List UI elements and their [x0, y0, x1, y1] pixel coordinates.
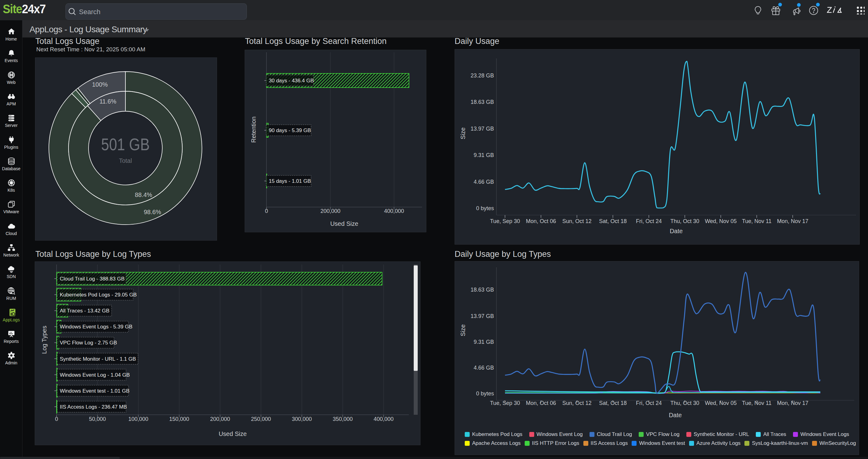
svg-text:Fri, Oct 24: Fri, Oct 24: [636, 400, 662, 406]
svg-text:200,000: 200,000: [210, 416, 230, 422]
svg-text:100,000: 100,000: [128, 416, 148, 422]
svg-text:Mon, Nov 17: Mon, Nov 17: [777, 400, 808, 406]
svg-text:VPC Flow Log - 2.75 GB: VPC Flow Log - 2.75 GB: [60, 340, 117, 346]
svg-text:Wed, Nov 05: Wed, Nov 05: [705, 218, 737, 224]
svg-text:400,000: 400,000: [373, 416, 394, 422]
svg-text:Mon, Oct 06: Mon, Oct 06: [526, 400, 556, 406]
svg-text:Date: Date: [670, 228, 683, 234]
svg-text:Thu, Oct 30: Thu, Oct 30: [670, 218, 699, 224]
svg-text:4.66 GB: 4.66 GB: [474, 365, 494, 371]
svg-text:88.4%: 88.4%: [135, 191, 152, 198]
svg-text:Sat, Oct 18: Sat, Oct 18: [599, 400, 627, 406]
svg-text:Tue, Sep 30: Tue, Sep 30: [490, 400, 520, 406]
svg-text:0 bytes: 0 bytes: [476, 391, 494, 397]
svg-text:Windows Event Logs - 5.39 GB: Windows Event Logs - 5.39 GB: [60, 324, 132, 330]
svg-text:400,000: 400,000: [384, 208, 404, 214]
svg-text:IIS Access Logs - 236.47 MB: IIS Access Logs - 236.47 MB: [60, 404, 127, 410]
svg-text:Tue, Sep 30: Tue, Sep 30: [490, 218, 520, 224]
svg-text:200,000: 200,000: [320, 208, 340, 214]
svg-text:0: 0: [265, 208, 268, 214]
svg-text:11.6%: 11.6%: [99, 98, 116, 105]
svg-text:Cloud Trail Log - 388.83 GB: Cloud Trail Log - 388.83 GB: [60, 276, 125, 282]
svg-text:23.28 GB: 23.28 GB: [471, 72, 494, 79]
svg-text:Tue, Nov 11: Tue, Nov 11: [742, 400, 772, 406]
svg-text:All Traces - 13.42 GB: All Traces - 13.42 GB: [60, 308, 110, 314]
svg-text:Tue, Nov 11: Tue, Nov 11: [742, 218, 772, 224]
svg-text:150,000: 150,000: [169, 416, 189, 422]
svg-text:Used Size: Used Size: [330, 220, 358, 227]
svg-text:Fri, Oct 24: Fri, Oct 24: [636, 218, 662, 224]
svg-text:0: 0: [55, 416, 58, 422]
svg-text:350,000: 350,000: [333, 416, 352, 422]
svg-text:13.97 GB: 13.97 GB: [471, 126, 494, 132]
svg-text:100%: 100%: [92, 81, 107, 88]
svg-text:50,000: 50,000: [89, 416, 106, 422]
svg-text:98.6%: 98.6%: [144, 208, 161, 216]
svg-text:18.63 GB: 18.63 GB: [471, 287, 494, 293]
svg-text:Thu, Oct 30: Thu, Oct 30: [670, 400, 699, 406]
svg-text:Log Types: Log Types: [41, 326, 48, 354]
svg-text:30 days - 436.4 GB: 30 days - 436.4 GB: [269, 78, 314, 84]
svg-text:Windows Event Log - 1.04 GB: Windows Event Log - 1.04 GB: [60, 372, 130, 378]
svg-text:Used Size: Used Size: [219, 430, 247, 437]
svg-text:15 days - 1.01 GB: 15 days - 1.01 GB: [269, 178, 311, 184]
svg-text:13.97 GB: 13.97 GB: [471, 313, 494, 319]
svg-text:Sun, Oct 12: Sun, Oct 12: [562, 400, 591, 406]
svg-text:Sat, Oct 18: Sat, Oct 18: [599, 218, 627, 224]
svg-text:0 bytes: 0 bytes: [476, 205, 494, 211]
svg-text:250,000: 250,000: [251, 416, 271, 422]
svg-text:Date: Date: [669, 412, 682, 419]
svg-text:Sun, Oct 12: Sun, Oct 12: [562, 218, 591, 224]
svg-text:18.63 GB: 18.63 GB: [471, 99, 494, 105]
svg-text:Synthetic Monitor - URL - 1.1: Synthetic Monitor - URL - 1.1 GB: [60, 356, 136, 362]
svg-text:300,000: 300,000: [292, 416, 312, 422]
svg-text:Mon, Nov 17: Mon, Nov 17: [777, 218, 808, 224]
svg-text:9.31 GB: 9.31 GB: [474, 152, 494, 158]
svg-text:4.66 GB: 4.66 GB: [474, 179, 494, 185]
svg-text:Mon, Oct 06: Mon, Oct 06: [526, 218, 556, 224]
svg-text:90 days - 5.39 GB: 90 days - 5.39 GB: [269, 128, 311, 133]
svg-text:Kubernetes Pod Logs - 29.05 GB: Kubernetes Pod Logs - 29.05 GB: [60, 292, 137, 298]
svg-text:Wed, Nov 05: Wed, Nov 05: [705, 400, 737, 406]
svg-text:Retention: Retention: [250, 117, 257, 143]
svg-text:Total: Total: [119, 157, 132, 164]
svg-text:Size: Size: [460, 324, 466, 336]
svg-text:Windows Event test - 1.01 GB: Windows Event test - 1.01 GB: [60, 388, 130, 394]
svg-text:501 GB: 501 GB: [101, 135, 150, 154]
svg-text:Size: Size: [460, 128, 466, 139]
svg-text:9.31 GB: 9.31 GB: [474, 339, 494, 345]
